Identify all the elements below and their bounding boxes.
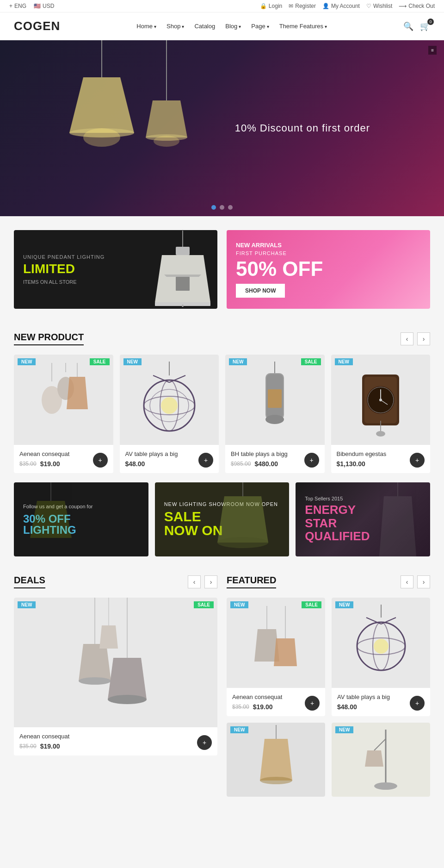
add-to-cart-button[interactable]: + xyxy=(304,453,319,468)
logo[interactable]: COGEN xyxy=(14,19,60,33)
add-to-cart-button[interactable]: + xyxy=(305,696,320,711)
shop-now-button[interactable]: SHOP NOW xyxy=(236,284,285,298)
mid-banners: Follow us and get a coupon for 30% OFFLI… xyxy=(0,482,444,566)
nav-shop[interactable]: Shop xyxy=(166,23,184,30)
nav-blog[interactable]: Blog xyxy=(225,23,241,30)
badge-sale: SALE xyxy=(194,601,214,608)
product-price: $35.00 $19.00 xyxy=(19,743,212,750)
mid-banner-energy: Top Sellers 2015 ENERGYSTARQUALIFIED xyxy=(296,482,430,556)
promo-right-text: NEW ARRIVALS FIRST PURCHASE 50% OFF SHOP… xyxy=(227,232,332,307)
featured-product-image: NEW SALE xyxy=(227,598,325,688)
badge-new: NEW xyxy=(18,358,36,365)
featured-prev-arrow[interactable]: ‹ xyxy=(401,575,413,588)
price-old: $35.00 xyxy=(19,461,37,467)
wishlist-link[interactable]: ♡ Wishlist xyxy=(366,3,392,9)
hero-dot-3[interactable] xyxy=(228,205,233,210)
language-selector[interactable]: + ENG xyxy=(9,3,26,9)
chevron-down-icon xyxy=(239,23,241,30)
promo-left-text: UNIQUE PNEDANT LIGHTING LIMITED ITEMS ON… xyxy=(14,245,114,294)
search-icon[interactable]: 🔍 xyxy=(403,21,413,31)
hero-dot-1[interactable] xyxy=(211,205,216,210)
currency-selector[interactable]: 🇺🇸 USD xyxy=(34,3,54,9)
featured-grid: NEW SALE Aenean consequat $35.00 $19.00 xyxy=(227,598,430,716)
badge-new: NEW xyxy=(335,726,353,733)
mid-banner-follow: Follow us and get a coupon for 30% OFFLI… xyxy=(14,482,148,556)
prev-arrow[interactable]: ‹ xyxy=(401,332,413,345)
register-link[interactable]: ✉ Register xyxy=(289,3,316,9)
deals-product-info: Aenean consequat $35.00 $19.00 xyxy=(14,727,217,756)
deals-prev-arrow[interactable]: ‹ xyxy=(188,575,201,588)
new-product-nav: ‹ › xyxy=(401,332,430,345)
add-to-cart-button[interactable]: + xyxy=(198,453,213,468)
badge-new: NEW xyxy=(335,601,353,608)
featured-product-card: NEW AV table plays a big $48.00 xyxy=(332,598,430,716)
nav-catalog-label: Catalog xyxy=(194,23,215,30)
badge-new: NEW xyxy=(18,601,36,608)
my-account-link[interactable]: 👤 My Account xyxy=(322,3,360,9)
cart-icon[interactable]: 🛒 0 xyxy=(420,21,430,31)
language-label: ENG xyxy=(14,3,26,9)
add-to-cart-button[interactable]: + xyxy=(93,453,108,468)
svg-marker-1 xyxy=(69,77,134,133)
svg-marker-5 xyxy=(146,100,187,137)
price-old: $985.00 xyxy=(231,461,251,467)
flag-icon: + xyxy=(9,3,12,9)
wishlist-label: Wishlist xyxy=(373,3,392,9)
featured-next-arrow[interactable]: › xyxy=(417,575,430,588)
account-label: My Account xyxy=(331,3,360,9)
promo-banner-right: NEW ARRIVALS FIRST PURCHASE 50% OFF SHOP… xyxy=(227,230,430,309)
nav-home[interactable]: Home xyxy=(136,23,156,30)
hero-dot-2[interactable] xyxy=(220,205,224,210)
nav-blog-label: Blog xyxy=(225,23,237,30)
header-icons: 🔍 🛒 0 xyxy=(403,21,430,31)
featured-title: FEATURED xyxy=(227,575,276,588)
svg-point-73 xyxy=(374,782,397,790)
chevron-down-icon xyxy=(267,23,269,30)
register-label: Register xyxy=(295,3,316,9)
price-new: $480.00 xyxy=(254,460,278,468)
hero-lamp-decoration xyxy=(46,40,231,216)
nav-catalog[interactable]: Catalog xyxy=(194,23,215,30)
price-new: $19.00 xyxy=(40,743,60,750)
svg-marker-51 xyxy=(79,644,111,681)
price-new: $19.00 xyxy=(253,703,273,711)
featured-header: FEATURED ‹ › xyxy=(227,575,430,588)
chevron-down-icon xyxy=(154,23,156,30)
flag-usd-icon: 🇺🇸 xyxy=(34,3,41,9)
deals-next-arrow[interactable]: › xyxy=(204,575,217,588)
price-old: $35.00 xyxy=(232,704,249,710)
featured-product-image: NEW xyxy=(332,598,430,688)
svg-point-26 xyxy=(161,397,178,414)
login-label: Login xyxy=(269,3,282,9)
promo-small: ITEMS ON ALL STORE xyxy=(23,279,105,285)
checkout-label: Check Out xyxy=(408,3,435,9)
next-arrow[interactable]: › xyxy=(417,332,430,345)
hero-controls[interactable]: ≡ xyxy=(428,46,437,55)
nav-page[interactable]: Page xyxy=(251,23,269,30)
product-image: NEW xyxy=(331,355,431,445)
login-link[interactable]: 🔒 Login xyxy=(260,3,282,9)
nav-shop-label: Shop xyxy=(166,23,180,30)
nav-theme[interactable]: Theme Features xyxy=(279,23,327,30)
checkout-link[interactable]: ⟶ Check Out xyxy=(399,3,435,9)
price-new: $19.00 xyxy=(40,460,60,468)
badge-new: NEW xyxy=(230,601,248,608)
svg-line-74 xyxy=(374,739,386,750)
nav-theme-label: Theme Features xyxy=(279,23,323,30)
promo-first-purchase: FIRST PURCHASE xyxy=(236,250,323,256)
add-to-cart-button[interactable]: + xyxy=(197,735,212,750)
badge-sale: SALE xyxy=(301,358,321,365)
add-to-cart-button[interactable]: + xyxy=(410,453,425,468)
price-new: $1,130.00 xyxy=(337,460,365,468)
mid-banner-sale: New lighting showroom now open SALENOW O… xyxy=(155,482,290,556)
add-to-cart-button[interactable]: + xyxy=(410,696,425,711)
header: COGEN Home Shop Catalog Blog Page Theme … xyxy=(0,12,444,40)
checkout-icon: ⟶ xyxy=(399,3,407,9)
svg-marker-70 xyxy=(260,739,292,781)
svg-point-42 xyxy=(376,431,385,437)
svg-marker-61 xyxy=(274,638,297,666)
deals-nav: ‹ › xyxy=(188,575,217,588)
promo-highlight: LIMITED xyxy=(23,262,105,276)
hero-banner: 10% Discount on first order ≡ xyxy=(0,40,444,216)
hero-dots xyxy=(211,205,233,210)
